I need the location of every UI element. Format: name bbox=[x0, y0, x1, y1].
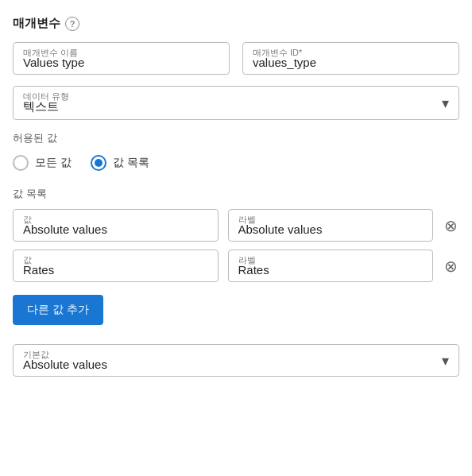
label-input-1[interactable] bbox=[238, 263, 424, 277]
default-chevron-down-icon: ▾ bbox=[442, 352, 449, 370]
add-value-button[interactable]: 다른 값 추가 bbox=[13, 295, 103, 325]
data-type-row: 데이터 유형 텍스트 ▾ bbox=[13, 86, 459, 120]
radio-circle-list[interactable] bbox=[91, 155, 106, 171]
data-type-value: 텍스트 bbox=[23, 99, 59, 113]
param-name-id-row: 매개변수 이름 매개변수 ID* bbox=[13, 42, 459, 75]
value-row-1: 값 라벨 ⊗ bbox=[13, 250, 459, 282]
remove-button-0[interactable]: ⊗ bbox=[443, 209, 459, 242]
allowed-values-label: 허용된 값 bbox=[13, 131, 459, 145]
help-icon[interactable]: ? bbox=[65, 17, 79, 31]
param-name-input[interactable] bbox=[23, 56, 219, 69]
value-field-0: 값 bbox=[13, 209, 219, 242]
value-col-1: 값 bbox=[13, 250, 219, 282]
section-title-text: 매개변수 bbox=[13, 16, 60, 31]
default-value-select[interactable]: 기본값 Absolute values ▾ bbox=[13, 344, 459, 377]
label-col-1: 라벨 bbox=[228, 250, 434, 282]
section-title: 매개변수 ? bbox=[13, 16, 459, 31]
param-name-col: 매개변수 이름 bbox=[13, 42, 230, 75]
label-field-0: 라벨 bbox=[228, 209, 434, 242]
param-id-col: 매개변수 ID* bbox=[242, 42, 459, 75]
value-field-1: 값 bbox=[13, 250, 219, 282]
chevron-down-icon: ▾ bbox=[442, 95, 449, 112]
radio-option-list[interactable]: 값 목록 bbox=[91, 155, 149, 171]
label-input-0[interactable] bbox=[238, 223, 424, 236]
default-value-section: 기본값 Absolute values ▾ bbox=[13, 344, 459, 377]
label-field-1: 라벨 bbox=[228, 250, 434, 282]
radio-circle-all[interactable] bbox=[13, 155, 29, 171]
data-type-select[interactable]: 데이터 유형 텍스트 ▾ bbox=[13, 86, 459, 120]
param-id-input[interactable] bbox=[253, 56, 449, 69]
value-input-1[interactable] bbox=[23, 263, 208, 277]
radio-label-all: 모든 값 bbox=[35, 156, 72, 170]
default-value-value: Absolute values bbox=[23, 358, 107, 371]
remove-button-1[interactable]: ⊗ bbox=[443, 250, 459, 282]
value-col-0: 값 bbox=[13, 209, 219, 242]
values-list-label: 값 목록 bbox=[13, 187, 459, 201]
data-type-col: 데이터 유형 텍스트 ▾ bbox=[13, 86, 459, 120]
value-row-0: 값 라벨 ⊗ bbox=[13, 209, 459, 242]
radio-option-all[interactable]: 모든 값 bbox=[13, 155, 72, 171]
radio-label-list: 값 목록 bbox=[113, 156, 149, 170]
value-input-0[interactable] bbox=[23, 223, 208, 236]
param-name-field: 매개변수 이름 bbox=[13, 42, 230, 75]
label-col-0: 라벨 bbox=[228, 209, 434, 242]
param-id-field: 매개변수 ID* bbox=[242, 42, 459, 75]
radio-group: 모든 값 값 목록 bbox=[13, 155, 459, 171]
radio-inner-list bbox=[95, 159, 103, 167]
